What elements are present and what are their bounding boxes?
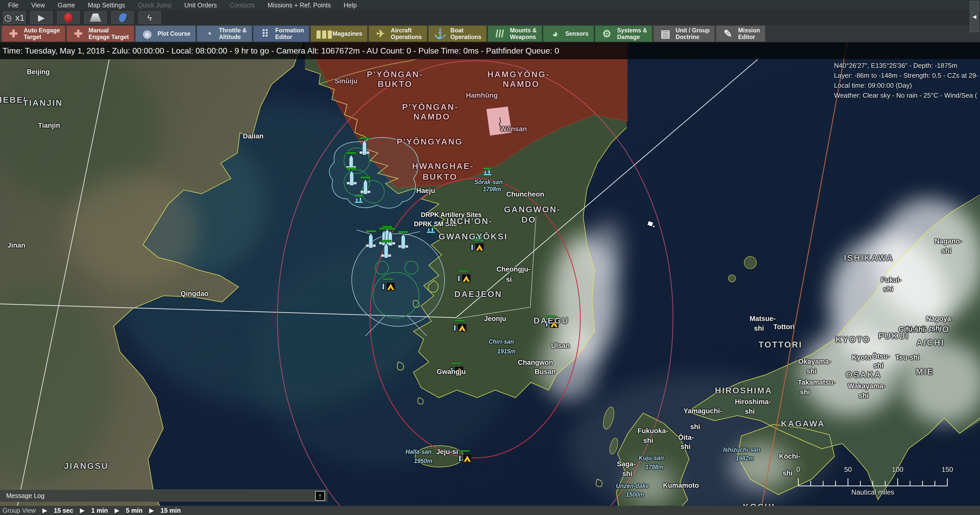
auto-engage-target-label: Auto EngageTarget xyxy=(24,27,60,40)
collapse-panel-button[interactable]: ◀ xyxy=(970,1,979,32)
mounts-weapons-label: Mounts &Weapons xyxy=(510,27,537,40)
sensors-icon: ◕ xyxy=(549,29,562,39)
bolt-icon: ϟ xyxy=(147,13,152,22)
message-log-panel[interactable]: Message Log ↑ xyxy=(0,490,328,502)
mounts-weapons-button[interactable]: ///Mounts &Weapons xyxy=(488,25,542,42)
clock-icon: ◷ xyxy=(4,13,12,22)
manual-engage-target-icon: ✚ xyxy=(72,29,85,39)
wonsan-highlight xyxy=(487,106,512,136)
info-layer-strength: Layer: -86m to -148m - Strength: 0.5 - C… xyxy=(834,71,980,81)
chevron-left-icon: ◀ xyxy=(972,14,976,20)
time-status-bar: Time: Tuesday, May 1, 2018 - Zulu: 00:00… xyxy=(0,42,980,59)
pointer-button[interactable] xyxy=(111,11,134,24)
record-icon xyxy=(64,13,73,22)
auto-engage-target-button[interactable]: ✚Auto EngageTarget xyxy=(2,25,65,42)
throttle-altitude-icon: ◔ xyxy=(202,29,215,39)
mounts-weapons-icon: /// xyxy=(493,29,506,39)
boat-operations-icon: ⚓ xyxy=(434,29,447,39)
play-arrow-icon[interactable]: ▶ xyxy=(115,507,119,514)
play-button[interactable]: ▶ xyxy=(30,11,52,24)
menu-map-settings[interactable]: Map Settings xyxy=(83,2,130,9)
time-step-bar: Group View ▶15 sec▶1 min▶5 min▶15 min xyxy=(0,506,980,515)
time-compression-value: x1 xyxy=(15,13,24,23)
magazines-label: Magazines xyxy=(332,30,362,37)
sim-control-toolbar: ◷x1▶ϟ xyxy=(0,10,980,25)
sensors-label: Sensors xyxy=(565,30,589,37)
plot-course-label: Plot Course xyxy=(158,30,190,37)
interval-5-min[interactable]: 5 min xyxy=(126,507,142,514)
sensors-button[interactable]: ◕Sensors xyxy=(543,25,594,42)
pulse-button[interactable]: ϟ xyxy=(138,11,161,24)
unit-group-doctrine-label: Unit / GroupDoctrine xyxy=(676,27,710,40)
plot-course-icon: ◉ xyxy=(141,29,154,39)
mission-editor-icon: ✎ xyxy=(721,29,735,39)
aircraft-operations-label: AircraftOperations xyxy=(391,27,422,40)
info-weather: Weather: Clear sky - No rain - 25°C - Wi… xyxy=(834,90,980,100)
cursor-info-overlay: N40°26'27", E135°25'36" - Depth: -1875m … xyxy=(834,61,980,103)
menu-view[interactable]: View xyxy=(27,2,49,9)
magazines-button[interactable]: ▮▮▮Magazines xyxy=(310,25,368,42)
unit-group-doctrine-button[interactable]: ▤Unit / GroupDoctrine xyxy=(653,25,715,42)
cmo-main-window: BeijingHEBEITIANJINTianjinDalianJinanQin… xyxy=(0,0,980,515)
systems-damage-label: Systems &Damage xyxy=(617,27,647,40)
aircraft-operations-button[interactable]: ✈AircraftOperations xyxy=(369,25,427,42)
play-arrow-icon[interactable]: ▶ xyxy=(80,507,84,514)
throttle-altitude-button[interactable]: ◔Throttle &Altitude xyxy=(197,25,252,42)
boat-operations-button[interactable]: ⚓BoatOperations xyxy=(428,25,487,42)
time-status-text: Time: Tuesday, May 1, 2018 - Zulu: 00:00… xyxy=(0,46,559,55)
play-icon: ▶ xyxy=(38,13,45,22)
tactical-map[interactable] xyxy=(0,0,980,515)
menu-missions-ref-points[interactable]: Missions + Ref. Points xyxy=(263,2,336,9)
aircraft-operations-icon: ✈ xyxy=(374,29,387,39)
interval-1-min[interactable]: 1 min xyxy=(91,507,108,514)
time-compression-button[interactable]: ◷x1 xyxy=(3,11,25,24)
info-position-depth: N40°26'27", E135°25'36" - Depth: -1875m xyxy=(834,61,980,71)
magazines-icon: ▮▮▮ xyxy=(316,29,329,39)
interval-15-sec[interactable]: 15 sec xyxy=(54,507,73,514)
message-log-expand-button[interactable]: ↑ xyxy=(315,491,325,501)
formation-editor-label: FormationEditor xyxy=(275,27,304,40)
formation-editor-icon: ⠿ xyxy=(259,29,272,39)
menu-contacts[interactable]: Contacts xyxy=(225,2,259,9)
systems-damage-button[interactable]: ⚙Systems &Damage xyxy=(595,25,652,42)
menu-file[interactable]: File xyxy=(3,2,23,9)
manual-engage-target-label: ManualEngage Target xyxy=(89,27,129,40)
island-jeju xyxy=(415,446,464,467)
formation-editor-button[interactable]: ⠿FormationEditor xyxy=(253,25,309,42)
flame-icon xyxy=(118,12,127,23)
play-arrow-icon[interactable]: ▶ xyxy=(149,507,154,514)
mission-editor-label: MissionEditor xyxy=(738,27,760,40)
message-log-title: Message Log xyxy=(0,492,45,499)
mission-editor-button[interactable]: ✎MissionEditor xyxy=(716,25,765,42)
menu-game[interactable]: Game xyxy=(53,2,80,9)
group-view-label: Group View xyxy=(3,507,36,514)
systems-damage-icon: ⚙ xyxy=(600,29,614,39)
menu-bar: FileViewGameMap SettingsQuick JumpUnit O… xyxy=(0,0,980,10)
record-button[interactable] xyxy=(57,11,80,24)
screenshot-button[interactable] xyxy=(84,11,107,24)
menu-quick-jump[interactable]: Quick Jump xyxy=(133,2,176,9)
auto-engage-target-icon: ✚ xyxy=(7,29,20,39)
menu-help[interactable]: Help xyxy=(339,2,361,9)
manual-engage-target-button[interactable]: ✚ManualEngage Target xyxy=(66,25,134,42)
menu-unit-orders[interactable]: Unit Orders xyxy=(180,2,221,9)
layers-icon xyxy=(89,14,101,22)
boat-operations-label: BoatOperations xyxy=(450,27,481,40)
plot-course-button[interactable]: ◉Plot Course xyxy=(135,25,196,42)
info-local-time: Local time: 09:00:00 (Day) xyxy=(834,81,980,90)
interval-15-min[interactable]: 15 min xyxy=(161,507,181,514)
unit-group-doctrine-icon: ▤ xyxy=(659,29,672,39)
arrow-up-icon: ↑ xyxy=(318,492,322,500)
throttle-altitude-label: Throttle &Altitude xyxy=(219,27,247,40)
play-arrow-icon[interactable]: ▶ xyxy=(42,507,47,514)
unit-orders-ribbon: ✚Auto EngageTarget✚ManualEngage Target◉P… xyxy=(0,25,980,42)
